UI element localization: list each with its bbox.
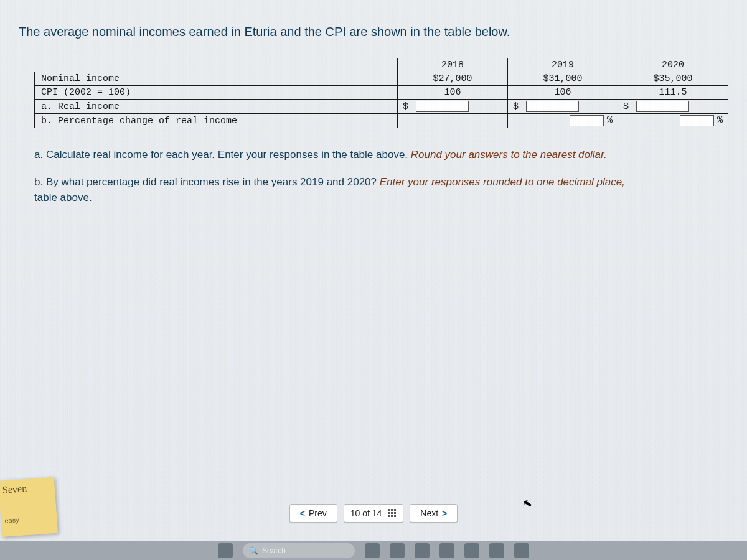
income-table: 2018 2019 2020 Nominal income $27,000 $3…	[34, 58, 728, 128]
nominal-2018: $27,000	[398, 72, 508, 86]
dollar-sign: $	[403, 101, 410, 112]
real-2019-input[interactable]	[526, 101, 579, 112]
cpi-2019: 106	[508, 86, 618, 100]
sticky-line2: easy	[4, 513, 54, 524]
col-2019: 2019	[508, 58, 618, 72]
percent-sign: %	[715, 115, 723, 126]
sticky-line1: Seven	[2, 481, 51, 495]
row-cpi-label: CPI (2002 = 100)	[35, 86, 398, 100]
question-b-suffix: table above.	[34, 192, 92, 203]
taskbar-app-7[interactable]	[514, 543, 529, 558]
col-2020: 2020	[618, 58, 728, 72]
page-position-label: 10 of 14	[350, 508, 382, 518]
question-b-hint: Enter your responses rounded to one deci…	[380, 176, 625, 188]
taskbar-app-4[interactable]	[439, 543, 454, 558]
start-icon[interactable]	[218, 543, 233, 558]
content-area: The average nominal incomes earned in Et…	[0, 0, 747, 560]
prev-label: Prev	[309, 508, 327, 518]
taskbar-app-6[interactable]	[489, 543, 504, 558]
nominal-2020: $35,000	[618, 72, 728, 86]
col-2018: 2018	[398, 58, 508, 72]
search-icon: 🔍	[249, 546, 258, 555]
percent-sign: %	[605, 115, 613, 126]
dollar-sign: $	[513, 101, 520, 112]
question-a-hint: Round your answers to the nearest dollar…	[411, 149, 607, 161]
nominal-2019: $31,000	[508, 72, 618, 86]
dollar-sign: $	[623, 101, 631, 112]
next-button[interactable]: Next >	[410, 504, 458, 523]
page-position[interactable]: 10 of 14	[344, 504, 404, 523]
cpi-2020: 111.5	[618, 86, 728, 100]
taskbar-app-1[interactable]	[365, 543, 380, 558]
question-block: a. Calculate real income for each year. …	[0, 128, 747, 206]
pct-2019-input[interactable]	[570, 115, 604, 126]
sticky-note: Seven easy	[0, 477, 58, 537]
taskbar-app-2[interactable]	[390, 543, 405, 558]
pager: < Prev 10 of 14 Next >	[0, 504, 747, 523]
grid-icon	[388, 509, 397, 518]
taskbar-app-5[interactable]	[464, 543, 479, 558]
row-pct-label: b. Percentage change of real income	[35, 114, 398, 128]
real-2020-input[interactable]	[636, 101, 689, 112]
cpi-2018: 106	[398, 86, 508, 100]
taskbar-search[interactable]: 🔍 Search	[243, 543, 355, 558]
row-nominal-label: Nominal income	[35, 72, 398, 86]
question-a-text: a. Calculate real income for each year. …	[34, 149, 411, 161]
taskbar-app-3[interactable]	[415, 543, 430, 558]
pct-2020-input[interactable]	[680, 115, 714, 126]
question-b-text: b. By what percentage did real incomes r…	[34, 176, 380, 188]
intro-text: The average nominal incomes earned in Et…	[0, 0, 747, 52]
search-placeholder: Search	[262, 546, 286, 555]
next-label: Next	[420, 508, 438, 518]
real-2018-input[interactable]	[416, 101, 469, 112]
taskbar: 🔍 Search	[0, 541, 747, 560]
row-real-label: a. Real income	[35, 100, 398, 114]
prev-button[interactable]: < Prev	[289, 504, 337, 523]
chevron-left-icon: <	[300, 508, 305, 518]
chevron-right-icon: >	[442, 508, 447, 518]
